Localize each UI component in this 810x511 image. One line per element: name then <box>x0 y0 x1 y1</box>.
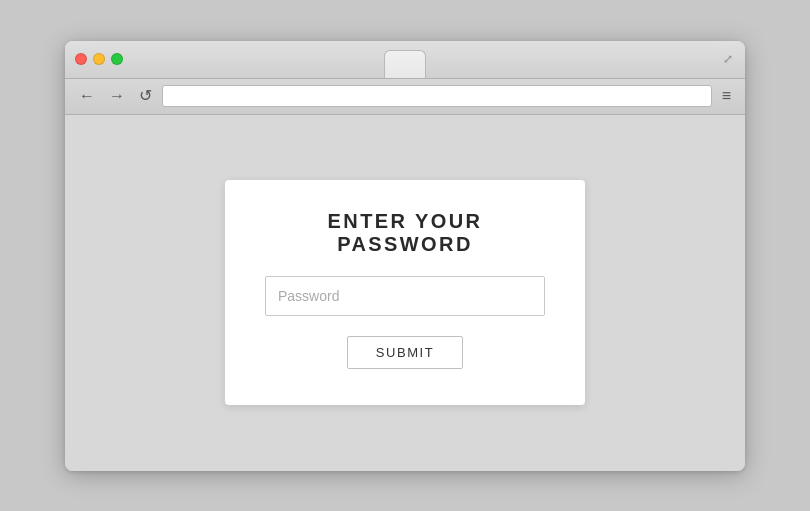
menu-button[interactable]: ≡ <box>718 85 735 107</box>
content-area: ENTER YOUR PASSWORD SUBMIT <box>65 115 745 471</box>
close-button[interactable] <box>75 53 87 65</box>
browser-tab[interactable] <box>384 50 426 78</box>
tab-bar <box>384 41 426 78</box>
back-button[interactable]: ← <box>75 86 99 106</box>
card-title: ENTER YOUR PASSWORD <box>265 210 545 256</box>
address-bar[interactable] <box>162 85 712 107</box>
password-card: ENTER YOUR PASSWORD SUBMIT <box>225 180 585 405</box>
reload-button[interactable]: ↺ <box>135 86 156 106</box>
password-input[interactable] <box>265 276 545 316</box>
minimize-button[interactable] <box>93 53 105 65</box>
maximize-button[interactable] <box>111 53 123 65</box>
title-bar: ⤢ <box>65 41 745 79</box>
nav-bar: ← → ↺ ≡ <box>65 79 745 115</box>
forward-button[interactable]: → <box>105 86 129 106</box>
resize-icon: ⤢ <box>721 52 735 66</box>
browser-window: ⤢ ← → ↺ ≡ ENTER YOUR PASSWORD SUBMIT <box>65 41 745 471</box>
traffic-lights <box>75 53 123 65</box>
submit-button[interactable]: SUBMIT <box>347 336 463 369</box>
